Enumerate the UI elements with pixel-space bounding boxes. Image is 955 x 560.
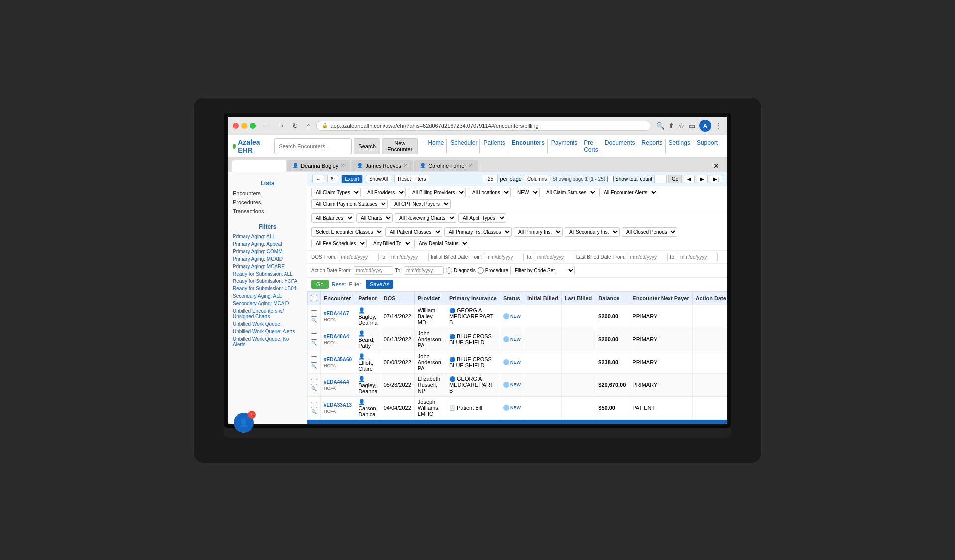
reviewing-charts-select[interactable]: All Reviewing Charts	[395, 213, 456, 223]
nav-reports[interactable]: Reports	[639, 139, 666, 153]
filter-primary-aging-mcaid[interactable]: Primary Aging: MCAID	[228, 255, 307, 263]
secondary-ins-select[interactable]: All Secondary Ins.	[565, 227, 620, 237]
menu-btn[interactable]: ⋮	[715, 122, 722, 130]
share-btn[interactable]: ⬆	[668, 122, 674, 130]
claim-statuses-select[interactable]: All Claim Statuses	[542, 188, 597, 197]
fee-schedules-select[interactable]: All Fee Schedules	[311, 239, 367, 248]
window-close-btn[interactable]	[233, 123, 239, 129]
filter-ready-hcfa[interactable]: Ready for Submission: HCFA	[228, 278, 307, 285]
action-date-col-header[interactable]: Action Date	[692, 292, 727, 305]
row-checkbox-4[interactable]	[311, 402, 317, 408]
filter-unbilled-alerts[interactable]: Unbilled Work Queue: Alerts	[228, 328, 307, 335]
next-payer-col-header[interactable]: Encounter Next Payer	[629, 292, 692, 305]
tab-close-3[interactable]: ✕	[469, 163, 473, 168]
reload-btn[interactable]: ↻	[290, 121, 300, 131]
encounter-link-4[interactable]: #EDA33A13	[324, 402, 352, 408]
go-action-btn[interactable]: Go	[311, 280, 329, 289]
bookmark-btn[interactable]: ☆	[678, 122, 685, 130]
sidebar-item-procedures[interactable]: Procedures	[228, 198, 307, 207]
zoom-btn[interactable]: 🔍	[656, 122, 665, 130]
status-select[interactable]: NEW	[513, 188, 540, 197]
nav-documents[interactable]: Documents	[602, 139, 638, 153]
forward-btn[interactable]: →	[276, 121, 286, 131]
appt-types-select[interactable]: All Appt. Types	[458, 213, 506, 223]
row-search-icon-4[interactable]: 🔍	[311, 409, 317, 414]
nav-home[interactable]: Home	[425, 139, 447, 153]
encounter-link-2[interactable]: #EDA35A60	[324, 357, 352, 362]
filter-secondary-all[interactable]: Secondary Aging: ALL	[228, 292, 307, 300]
nav-payments[interactable]: Payments	[549, 139, 580, 153]
sidebar-item-transactions[interactable]: Transactions	[228, 207, 307, 216]
encounter-link-3[interactable]: #EDA44A4	[324, 379, 349, 385]
row-checkbox-0[interactable]	[311, 310, 317, 317]
last-billed-to-input[interactable]	[678, 253, 718, 261]
per-page-input[interactable]	[483, 175, 498, 183]
row-checkbox-3[interactable]	[311, 379, 317, 385]
encounter-link-0[interactable]: #EDA44A7	[324, 311, 349, 316]
charts-select[interactable]: All Charts	[356, 213, 393, 223]
tab-close-all[interactable]: ✕	[709, 162, 723, 170]
show-total-checkbox[interactable]	[607, 176, 614, 182]
row-checkbox-1[interactable]	[311, 333, 317, 340]
encounter-col-header[interactable]: Encounter	[321, 292, 355, 305]
nav-pre-certs[interactable]: Pre-Certs	[581, 139, 601, 153]
back-page-btn[interactable]: ←	[312, 175, 324, 183]
sidebar-toggle-btn[interactable]: ▭	[689, 122, 695, 130]
claim-types-select[interactable]: All Claim Types	[311, 188, 361, 197]
sidebar-item-encounters[interactable]: Encounters	[228, 189, 307, 198]
primary-ins-select[interactable]: All Primary Ins.	[514, 227, 563, 237]
window-minimize-btn[interactable]	[241, 123, 247, 129]
page-jump-input[interactable]	[654, 175, 667, 183]
refresh-btn[interactable]: ↻	[327, 175, 338, 183]
filter-ready-all[interactable]: Ready for Submission: ALL	[228, 270, 307, 278]
row-search-icon-2[interactable]: 🔍	[311, 364, 317, 369]
search-input[interactable]	[274, 138, 352, 154]
encounter-classes-select[interactable]: Select Encounter Classes	[311, 227, 383, 237]
initial-billed-to-input[interactable]	[535, 253, 574, 261]
provider-col-header[interactable]: Provider	[414, 292, 446, 305]
filter-unbilled-no-alerts[interactable]: Unbilled Work Queue: No Alerts	[228, 335, 307, 348]
procedure-radio[interactable]: Procedure	[478, 267, 508, 274]
search-button[interactable]: Search	[354, 138, 380, 154]
initial-billed-from-input[interactable]	[484, 253, 524, 261]
select-all-checkbox[interactable]	[311, 295, 317, 301]
window-maximize-btn[interactable]	[250, 123, 256, 129]
primary-ins-col-header[interactable]: Primary Insurance	[446, 292, 500, 305]
tab-encounters-list[interactable]: Encounters List	[232, 160, 286, 172]
providers-select[interactable]: All Providers	[363, 188, 406, 197]
reset-action-btn[interactable]: Reset	[332, 281, 346, 287]
tab-close-2[interactable]: ✕	[404, 163, 408, 168]
save-as-btn[interactable]: Save As	[366, 280, 393, 289]
filter-primary-aging-all[interactable]: Primary Aging: ALL	[228, 233, 307, 240]
tab-caroline-turner[interactable]: 👤 Caroline Turner ✕	[414, 160, 478, 171]
claim-payment-statuses-select[interactable]: All Claim Payment Statuses	[311, 199, 388, 209]
row-checkbox-2[interactable]	[311, 356, 317, 363]
action-date-to-input[interactable]	[404, 266, 444, 275]
encounter-link-1[interactable]: #EDA48A4	[324, 334, 349, 339]
show-all-btn[interactable]: Show All	[366, 175, 391, 183]
page-go-btn[interactable]: Go	[668, 175, 682, 183]
tab-deanna-bagley[interactable]: 👤 Deanna Bagley ✕	[287, 160, 350, 171]
tab-james-reeves[interactable]: 👤 James Reeves ✕	[351, 160, 413, 171]
billed-to-select[interactable]: Any Billed To	[369, 239, 412, 248]
reset-filters-btn[interactable]: Reset Filters	[394, 175, 429, 183]
last-billed-from-input[interactable]	[628, 253, 668, 261]
filter-primary-aging-comm[interactable]: Primary Aging: COMM	[228, 248, 307, 255]
columns-btn[interactable]: Columns	[524, 175, 550, 183]
back-btn[interactable]: ←	[261, 121, 272, 131]
code-set-select[interactable]: Filter by Code Set	[510, 266, 575, 275]
nav-scheduler[interactable]: Scheduler	[448, 139, 480, 153]
filter-primary-aging-mcare[interactable]: Primary Aging: MCARE	[228, 263, 307, 270]
diagnosis-radio[interactable]: Diagnosis	[446, 267, 476, 274]
row-search-icon-1[interactable]: 🔍	[311, 341, 317, 346]
balance-col-header[interactable]: Balance	[595, 292, 629, 305]
closed-periods-select[interactable]: All Closed Periods	[622, 227, 677, 237]
balances-select[interactable]: All Balances	[311, 213, 354, 223]
filter-unbilled-unsigned[interactable]: Unbilled Encounters w/ Unsigned Charts	[228, 307, 307, 320]
profile-avatar[interactable]: A	[699, 120, 711, 132]
home-btn[interactable]: ⌂	[304, 121, 312, 131]
export-btn[interactable]: Export	[341, 175, 363, 183]
nav-patients[interactable]: Patients	[481, 139, 508, 153]
action-date-from-input[interactable]	[354, 266, 393, 275]
filter-ready-ub04[interactable]: Ready for Submission: UB04	[228, 285, 307, 292]
